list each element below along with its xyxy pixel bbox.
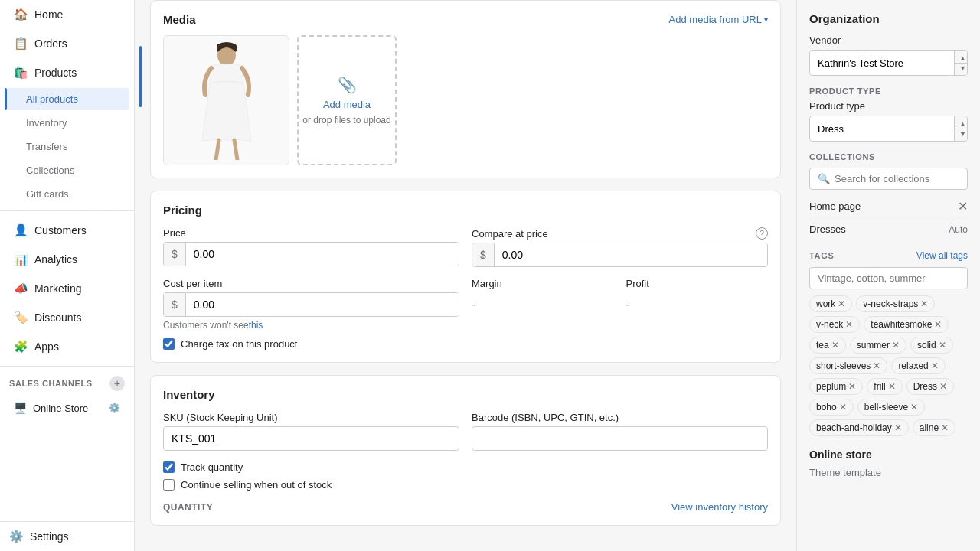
sidebar-item-collections[interactable]: Collections — [5, 159, 129, 181]
center-panel: Media Add media from URL ▾ — [135, 0, 796, 551]
tag-boho-remove[interactable]: ✕ — [839, 402, 847, 412]
tag-beach-and-holiday-remove[interactable]: ✕ — [894, 422, 902, 433]
price-currency: $ — [164, 243, 186, 266]
tag-aline-remove[interactable]: ✕ — [941, 422, 949, 433]
continue-selling-checkbox[interactable] — [163, 479, 175, 491]
product-type-label: Product type — [809, 100, 968, 112]
barcode-input[interactable] — [472, 426, 768, 451]
tag-v-neck-straps: v-neck-straps ✕ — [856, 295, 935, 312]
sidebar-item-apps[interactable]: 🧩 Apps — [5, 334, 129, 360]
continue-selling-label: Continue selling when out of stock — [181, 479, 332, 491]
tag-summer-remove[interactable]: ✕ — [892, 340, 900, 350]
tag-bell-sleeve-remove[interactable]: ✕ — [910, 402, 918, 412]
tags-input[interactable] — [809, 267, 968, 289]
sidebar-item-online-store[interactable]: 🖥️ Online Store ⚙️ — [5, 396, 129, 419]
profit-value: - — [626, 292, 769, 317]
tag-teawhitesmoke-remove[interactable]: ✕ — [934, 319, 942, 330]
tag-v-neck: v-neck ✕ — [809, 316, 860, 333]
tags-container: work ✕ v-neck-straps ✕ v-neck ✕ teawhite… — [809, 295, 968, 436]
price-input[interactable] — [186, 243, 459, 266]
tag-peplum-remove[interactable]: ✕ — [848, 381, 856, 392]
charge-tax-checkbox[interactable] — [163, 338, 175, 350]
sidebar-item-transfers[interactable]: Transfers — [5, 135, 129, 158]
product-image-thumb — [163, 35, 289, 165]
tag-solid-remove[interactable]: ✕ — [939, 340, 946, 350]
sidebar: 🏠 Home 📋 Orders 🛍️ Products All products… — [0, 0, 135, 551]
compare-price-label: Compare at price — [472, 228, 548, 240]
tag-v-neck-straps-remove[interactable]: ✕ — [920, 298, 928, 309]
vendor-label: Vendor — [809, 34, 968, 46]
tag-peplum: peplum ✕ — [809, 378, 863, 395]
barcode-label: Barcode (ISBN, UPC, GTIN, etc.) — [472, 412, 768, 423]
sidebar-item-gift-cards[interactable]: Gift cards — [5, 183, 129, 205]
vendor-input[interactable] — [810, 52, 954, 74]
charge-tax-label: Charge tax on this product — [181, 338, 297, 350]
tag-v-neck-remove[interactable]: ✕ — [845, 319, 853, 330]
tag-work: work ✕ — [809, 295, 852, 312]
vendor-section: Vendor ▲ ▼ — [809, 34, 968, 76]
sidebar-item-discounts[interactable]: 🏷️ Discounts — [5, 305, 129, 331]
tag-short-sleeves: short-sleeves ✕ — [809, 357, 887, 374]
product-type-input[interactable] — [810, 118, 954, 140]
product-type-subsection: PRODUCT TYPE Product type ▲ ▼ — [809, 86, 968, 142]
tag-tea-remove[interactable]: ✕ — [831, 340, 839, 350]
margin-value: - — [472, 292, 614, 317]
media-title: Media — [163, 13, 196, 26]
add-sales-channel-button[interactable]: + — [109, 376, 125, 391]
continue-selling-row: Continue selling when out of stock — [163, 479, 768, 491]
upload-icon: 📎 — [338, 76, 357, 94]
home-icon: 🏠 — [14, 8, 28, 21]
cost-per-item-input[interactable] — [186, 293, 459, 316]
sidebar-item-home[interactable]: 🏠 Home — [5, 2, 129, 28]
cost-hint-link[interactable]: this — [249, 320, 263, 331]
right-panel: Organization Vendor ▲ ▼ PRODUCT TYPE Pro… — [796, 0, 980, 551]
margin-label: Margin — [472, 278, 614, 289]
price-label: Price — [163, 227, 459, 239]
add-media-from-url-link[interactable]: Add media from URL ▾ — [669, 14, 768, 25]
quantity-section-label: QUANTITY — [163, 502, 213, 513]
tag-dress: Dress ✕ — [906, 378, 954, 395]
tag-relaxed: relaxed ✕ — [891, 357, 945, 374]
compare-price-input[interactable] — [495, 243, 767, 266]
compare-price-info-icon[interactable]: ? — [756, 227, 768, 240]
view-inventory-history-link[interactable]: View inventory history — [671, 501, 768, 513]
sidebar-item-analytics[interactable]: 📊 Analytics — [5, 246, 129, 272]
inventory-title: Inventory — [163, 388, 768, 401]
organization-section: Organization Vendor ▲ ▼ PRODUCT TYPE Pro… — [809, 12, 968, 478]
tag-solid: solid ✕ — [910, 337, 953, 354]
collection-dresses-auto-label: Auto — [949, 224, 968, 235]
tag-frill-remove[interactable]: ✕ — [888, 381, 896, 392]
cost-currency: $ — [164, 293, 186, 316]
tag-summer: summer ✕ — [850, 337, 906, 354]
sidebar-item-marketing[interactable]: 📣 Marketing — [5, 276, 129, 302]
collection-home-remove-icon[interactable]: ✕ — [958, 199, 968, 214]
media-upload-placeholder[interactable]: 📎 Add media or drop files to upload — [297, 35, 397, 165]
sku-label: SKU (Stock Keeping Unit) — [163, 412, 459, 423]
track-quantity-checkbox[interactable] — [163, 461, 175, 473]
track-quantity-label: Track quantity — [181, 461, 243, 473]
sidebar-item-all-products[interactable]: All products — [5, 88, 129, 110]
sidebar-item-products[interactable]: 🛍️ Products — [5, 60, 129, 86]
sidebar-item-customers[interactable]: 👤 Customers — [5, 217, 129, 243]
tag-bell-sleeve: bell-sleeve ✕ — [858, 399, 925, 416]
apps-icon: 🧩 — [14, 340, 28, 354]
sku-input[interactable] — [163, 426, 459, 451]
tag-work-remove[interactable]: ✕ — [838, 298, 845, 309]
sidebar-item-inventory[interactable]: Inventory — [5, 112, 129, 134]
tag-teawhitesmoke: teawhitesmoke ✕ — [864, 316, 949, 333]
tag-dress-remove[interactable]: ✕ — [939, 381, 947, 392]
online-store-settings-icon[interactable]: ⚙️ — [109, 403, 120, 413]
tags-section: TAGS View all tags work ✕ v-neck-straps … — [809, 250, 968, 436]
sidebar-item-orders[interactable]: 📋 Orders — [5, 31, 129, 57]
compare-currency: $ — [472, 243, 495, 266]
tag-beach-and-holiday: beach-and-holiday ✕ — [809, 419, 909, 436]
view-all-tags-link[interactable]: View all tags — [916, 250, 968, 261]
track-quantity-row: Track quantity — [163, 461, 768, 473]
vendor-stepper[interactable]: ▲ ▼ — [954, 51, 968, 75]
product-type-stepper[interactable]: ▲ ▼ — [954, 116, 968, 141]
product-type-section-label: PRODUCT TYPE — [809, 86, 968, 96]
tag-short-sleeves-remove[interactable]: ✕ — [873, 360, 880, 371]
collections-search-input[interactable] — [835, 173, 959, 184]
tag-relaxed-remove[interactable]: ✕ — [931, 360, 939, 371]
sidebar-item-settings[interactable]: ⚙️ Settings — [0, 522, 134, 551]
